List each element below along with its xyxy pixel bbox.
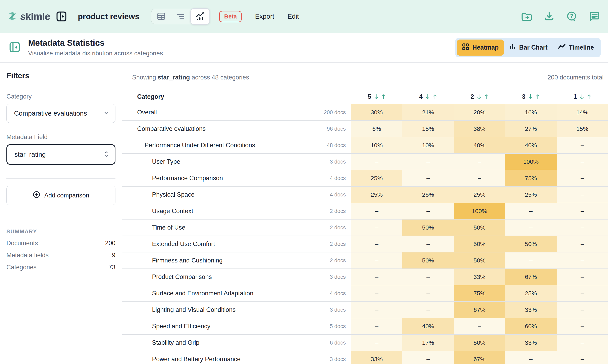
category-filter-label: Category	[6, 93, 115, 100]
sort-asc-arrow[interactable]	[381, 94, 386, 100]
heatmap-cell: –	[557, 285, 608, 301]
heatmap-cell: 33%	[454, 269, 505, 285]
download-icon[interactable]	[543, 11, 555, 22]
heatmap-rows: Overall200 docs30%21%20%16%14%Comparativ…	[122, 104, 608, 364]
category-label: Extended Use Comfort	[122, 236, 316, 252]
heatmap-cell: 10%	[351, 137, 402, 153]
table-row[interactable]: User Type3 docs–––100%–	[122, 154, 608, 170]
table-row[interactable]: Firmness and Cushioning2 docs–50%50%––	[122, 252, 608, 269]
add-comparison-label: Add comparison	[44, 192, 89, 199]
showing-summary: Showing star_rating across 48 categories	[132, 74, 249, 81]
table-row[interactable]: Performance Under Different Conditions48…	[122, 137, 608, 154]
heatmap-table: Category 54231 Overall200 docs30%21%20%1…	[122, 90, 608, 364]
metadata-field-select[interactable]: star_rating	[6, 144, 115, 165]
heatmap-cell: –	[402, 351, 454, 364]
stats-view-button[interactable]	[190, 8, 210, 25]
sidebar-collapse-icon[interactable]	[9, 41, 20, 54]
heatmap-cell: 40%	[454, 137, 505, 153]
heatmap-cell: –	[402, 203, 454, 219]
export-menu-item[interactable]: Export	[255, 13, 274, 20]
table-row[interactable]: Extended Use Comfort2 docs––50%50%–	[122, 236, 608, 252]
heatmap-cell: –	[351, 252, 402, 269]
sort-desc-arrow[interactable]	[528, 94, 533, 100]
heatmap-cell: 25%	[351, 187, 402, 203]
heatmap-cell: 50%	[454, 252, 505, 269]
table-row[interactable]: Speed and Efficiency5 docs–40%–60%–	[122, 318, 608, 335]
heatmap-cell: 15%	[557, 121, 608, 137]
value-column-headers: 54231	[351, 90, 608, 104]
help-icon[interactable]: ?	[566, 11, 578, 22]
filters-sidebar: Filters Category Comparative evaluations…	[0, 63, 122, 364]
category-column-header[interactable]: Category	[122, 90, 316, 104]
summary-value: 73	[109, 264, 115, 271]
page-subtitle: Visualise metadata distribution across c…	[28, 50, 163, 57]
sort-asc-arrow[interactable]	[433, 94, 437, 100]
table-row[interactable]: Time of Use2 docs–50%50%––	[122, 220, 608, 236]
sort-desc-arrow[interactable]	[374, 94, 378, 100]
edit-menu-item[interactable]: Edit	[287, 13, 299, 20]
sort-desc-arrow[interactable]	[580, 94, 584, 100]
docs-count: 5 docs	[316, 318, 351, 334]
sort-asc-arrow[interactable]	[587, 94, 591, 100]
sort-asc-arrow[interactable]	[484, 94, 488, 100]
heatmap-cell: 6%	[351, 121, 402, 137]
heatmap-cell: 38%	[454, 121, 505, 137]
table-row[interactable]: Physical Space4 docs25%25%25%25%–	[122, 187, 608, 203]
table-row[interactable]: Lighting and Visual Conditions3 docs––67…	[122, 302, 608, 318]
heatmap-cell: –	[557, 203, 608, 219]
app-logo[interactable]: skimle	[7, 10, 50, 23]
docs-count: 96 docs	[316, 121, 351, 137]
page-title: Metadata Statistics	[28, 38, 163, 48]
sort-asc-arrow[interactable]	[536, 94, 540, 100]
heatmap-cell: 50%	[454, 220, 505, 235]
chevron-down-icon	[103, 110, 109, 117]
column-number: 4	[419, 93, 422, 100]
sidebar-divider-2	[6, 219, 115, 219]
table-row[interactable]: Stability and Grip6 docs–17%50%33%–	[122, 335, 608, 351]
docs-count: 4 docs	[316, 285, 351, 301]
beta-badge: Beta	[219, 11, 242, 22]
table-row[interactable]: Comparative evaluations96 docs6%15%38%27…	[122, 121, 608, 137]
docs-count: 6 docs	[316, 335, 351, 351]
heatmap-cell: 75%	[505, 170, 557, 186]
category-label: Lighting and Visual Conditions	[122, 302, 316, 318]
heatmap-cell: –	[351, 236, 402, 252]
heatmap-cell: –	[557, 236, 608, 252]
sort-desc-arrow[interactable]	[425, 94, 430, 100]
add-comparison-button[interactable]: Add comparison	[6, 186, 115, 205]
value-column-header-1: 1	[557, 90, 608, 104]
folder-add-icon[interactable]	[521, 11, 532, 22]
showing-prefix: Showing	[132, 74, 156, 81]
list-view-button[interactable]	[171, 9, 190, 24]
category-select[interactable]: Comparative evaluations	[6, 104, 115, 123]
table-row[interactable]: Product Comparisons3 docs––33%67%–	[122, 269, 608, 285]
heatmap-cell: 16%	[505, 104, 557, 120]
bar-chart-toggle-label: Bar Chart	[519, 44, 548, 51]
table-row[interactable]: Power and Battery Performance3 docs33%–6…	[122, 351, 608, 364]
heatmap-cell: –	[351, 285, 402, 301]
table-view-button[interactable]	[151, 9, 171, 24]
summary-label: Categories	[6, 264, 37, 271]
heatmap-cell: –	[402, 154, 454, 170]
bar-chart-toggle-button[interactable]: Bar Chart	[504, 40, 553, 55]
heatmap-cell: 50%	[402, 220, 454, 235]
table-row[interactable]: Overall200 docs30%21%20%16%14%	[122, 104, 608, 121]
feedback-icon[interactable]	[588, 11, 600, 22]
category-label: Firmness and Cushioning	[122, 252, 316, 269]
summary-value: 200	[105, 240, 115, 247]
heatmap-cell: 33%	[505, 335, 557, 351]
topbar-actions: ?	[521, 11, 600, 22]
summary-label: Documents	[6, 240, 38, 247]
panel-toggle-icon[interactable]	[56, 11, 67, 22]
summary-title: SUMMARY	[6, 229, 115, 235]
table-row[interactable]: Surface and Environment Adaptation4 docs…	[122, 285, 608, 302]
bar-chart-icon	[509, 43, 516, 52]
table-row[interactable]: Performance Comparison4 docs25%––75%–	[122, 170, 608, 187]
table-row[interactable]: Usage Context2 docs––100%––	[122, 203, 608, 220]
timeline-toggle-button[interactable]: Timeline	[553, 39, 599, 56]
svg-text:?: ?	[570, 13, 573, 19]
heatmap-cell: 33%	[505, 302, 557, 318]
heatmap-cell: 14%	[557, 104, 608, 120]
heatmap-toggle-button[interactable]: Heatmap	[457, 39, 504, 56]
sort-desc-arrow[interactable]	[477, 94, 481, 100]
